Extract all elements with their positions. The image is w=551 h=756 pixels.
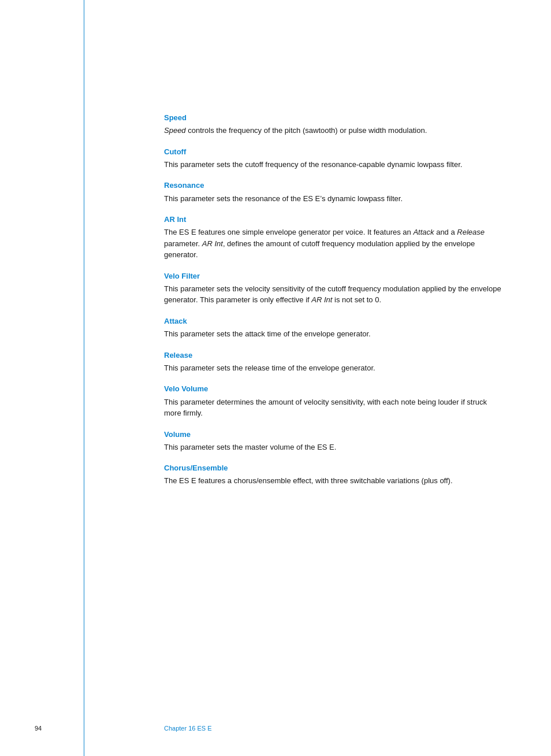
sections-container: SpeedSpeed controls the frequency of the…	[164, 113, 505, 487]
chapter-info: Chapter 16 ES E	[164, 725, 212, 732]
left-border	[84, 0, 84, 756]
section-ar-int: AR IntThe ES E features one simple envel…	[164, 214, 505, 261]
section-title-ar-int: AR Int	[164, 214, 505, 225]
section-velo-volume: Velo VolumeThis parameter determines the…	[164, 384, 505, 418]
section-body-speed: Speed controls the frequency of the pitc…	[164, 125, 505, 136]
content-area: SpeedSpeed controls the frequency of the…	[164, 0, 505, 487]
section-body-volume: This parameter sets the master volume of…	[164, 442, 505, 453]
section-body-chorus-ensemble: The ES E features a chorus/ensemble effe…	[164, 475, 505, 487]
section-release: ReleaseThis parameter sets the release t…	[164, 350, 505, 374]
section-chorus-ensemble: Chorus/EnsembleThe ES E features a choru…	[164, 463, 505, 487]
section-body-ar-int: The ES E features one simple envelope ge…	[164, 227, 505, 261]
chapter-label: Chapter 16	[164, 725, 197, 732]
section-volume: VolumeThis parameter sets the master vol…	[164, 429, 505, 453]
page: SpeedSpeed controls the frequency of the…	[0, 0, 551, 756]
section-body-release: This parameter sets the release time of …	[164, 362, 505, 374]
section-body-velo-filter: This parameter sets the velocity sensiti…	[164, 283, 505, 306]
section-resonance: ResonanceThis parameter sets the resonan…	[164, 180, 505, 204]
section-body-velo-volume: This parameter determines the amount of …	[164, 396, 505, 419]
section-title-release: Release	[164, 350, 505, 361]
section-body-attack: This parameter sets the attack time of t…	[164, 328, 505, 340]
section-title-cutoff: Cutoff	[164, 147, 505, 157]
section-title-attack: Attack	[164, 316, 505, 327]
section-speed: SpeedSpeed controls the frequency of the…	[164, 113, 505, 136]
section-title-velo-filter: Velo Filter	[164, 271, 505, 281]
section-title-resonance: Resonance	[164, 180, 505, 191]
section-attack: AttackThis parameter sets the attack tim…	[164, 316, 505, 340]
section-cutoff: CutoffThis parameter sets the cutoff fre…	[164, 147, 505, 171]
page-number: 94	[35, 725, 42, 732]
section-body-resonance: This parameter sets the resonance of the…	[164, 193, 505, 205]
section-body-cutoff: This parameter sets the cutoff frequency…	[164, 159, 505, 171]
section-title-velo-volume: Velo Volume	[164, 384, 505, 394]
section-title-speed: Speed	[164, 113, 505, 123]
chapter-name-colored: ES E	[197, 725, 211, 732]
section-title-volume: Volume	[164, 429, 505, 440]
section-title-chorus-ensemble: Chorus/Ensemble	[164, 463, 505, 473]
section-velo-filter: Velo FilterThis parameter sets the veloc…	[164, 271, 505, 306]
